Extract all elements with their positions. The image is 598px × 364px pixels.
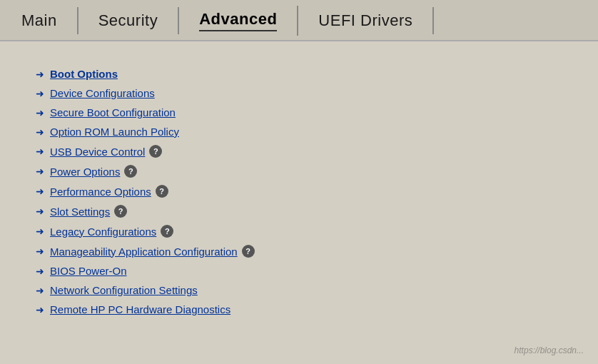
content-area: ➜Boot Options➜Device Configurations➜Secu… <box>0 41 598 336</box>
menu-item-0[interactable]: ➜Boot Options <box>36 64 562 84</box>
menu-link-9[interactable]: Manageability Application Configuration <box>50 246 238 258</box>
menu-item-6[interactable]: ➜Performance Options? <box>36 181 562 201</box>
menu-link-0[interactable]: Boot Options <box>50 68 118 80</box>
nav-item-uefi-drivers[interactable]: UEFI Drivers <box>298 7 434 34</box>
arrow-icon: ➜ <box>36 226 44 237</box>
arrow-icon: ➜ <box>36 166 44 177</box>
arrow-icon: ➜ <box>36 266 44 277</box>
arrow-icon: ➜ <box>36 107 44 118</box>
menu-link-4[interactable]: USB Device Control <box>50 146 145 158</box>
menu-item-5[interactable]: ➜Power Options? <box>36 161 562 181</box>
help-icon-8[interactable]: ? <box>161 225 173 238</box>
arrow-icon: ➜ <box>36 304 44 315</box>
menu-link-5[interactable]: Power Options <box>50 166 120 178</box>
menu-item-7[interactable]: ➜Slot Settings? <box>36 201 562 221</box>
menu-item-9[interactable]: ➜Manageability Application Configuration… <box>36 241 562 261</box>
menu-item-1[interactable]: ➜Device Configurations <box>36 84 562 103</box>
arrow-icon: ➜ <box>36 246 44 257</box>
menu-item-12[interactable]: ➜Remote HP PC Hardware Diagnostics <box>36 300 562 319</box>
menu-link-10[interactable]: BIOS Power-On <box>50 265 127 277</box>
arrow-icon: ➜ <box>36 285 44 296</box>
menu-link-2[interactable]: Secure Boot Configuration <box>50 106 176 118</box>
menu-item-3[interactable]: ➜Option ROM Launch Policy <box>36 122 562 141</box>
nav-bar: MainSecurityAdvancedUEFI Drivers <box>0 0 598 41</box>
arrow-icon: ➜ <box>36 88 44 99</box>
menu-item-11[interactable]: ➜Network Configuration Settings <box>36 280 562 300</box>
menu-link-7[interactable]: Slot Settings <box>50 206 110 218</box>
arrow-icon: ➜ <box>36 146 44 157</box>
arrow-icon: ➜ <box>36 69 44 80</box>
help-icon-7[interactable]: ? <box>114 205 127 218</box>
watermark: https://blog.csdn... <box>515 345 584 355</box>
help-icon-6[interactable]: ? <box>156 185 168 198</box>
menu-list: ➜Boot Options➜Device Configurations➜Secu… <box>36 64 562 319</box>
help-icon-4[interactable]: ? <box>149 145 162 158</box>
menu-item-4[interactable]: ➜USB Device Control? <box>36 141 562 161</box>
nav-item-advanced[interactable]: Advanced <box>179 6 298 36</box>
menu-link-11[interactable]: Network Configuration Settings <box>50 284 198 296</box>
help-icon-5[interactable]: ? <box>124 165 137 178</box>
arrow-icon: ➜ <box>36 126 44 138</box>
menu-item-10[interactable]: ➜BIOS Power-On <box>36 261 562 280</box>
bios-screen: MainSecurityAdvancedUEFI Drivers ➜Boot O… <box>0 0 598 364</box>
menu-link-3[interactable]: Option ROM Launch Policy <box>50 126 179 138</box>
nav-item-main[interactable]: Main <box>0 7 78 34</box>
menu-link-6[interactable]: Performance Options <box>50 186 151 198</box>
menu-link-12[interactable]: Remote HP PC Hardware Diagnostics <box>50 303 230 315</box>
help-icon-9[interactable]: ? <box>242 245 255 258</box>
menu-item-2[interactable]: ➜Secure Boot Configuration <box>36 103 562 122</box>
arrow-icon: ➜ <box>36 206 44 217</box>
menu-link-1[interactable]: Device Configurations <box>50 87 155 99</box>
menu-item-8[interactable]: ➜Legacy Configurations? <box>36 221 562 241</box>
menu-link-8[interactable]: Legacy Configurations <box>50 226 156 238</box>
nav-item-security[interactable]: Security <box>78 7 179 34</box>
arrow-icon: ➜ <box>36 186 44 197</box>
